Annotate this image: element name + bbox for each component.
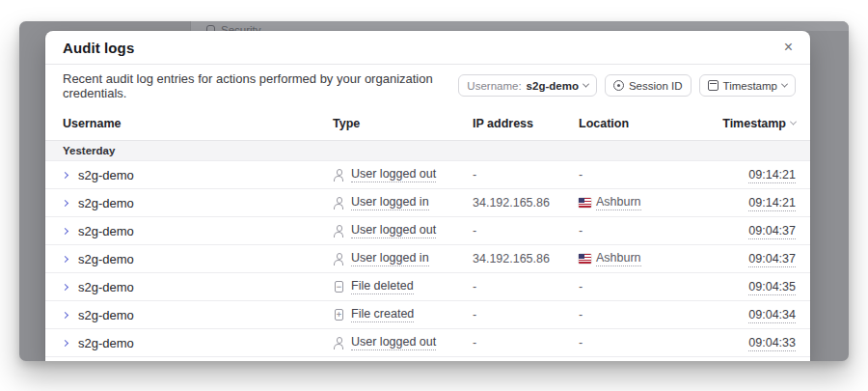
- user-icon: [333, 197, 345, 209]
- row-timestamp[interactable]: 09:14:21: [748, 196, 796, 211]
- row-username: s2g-demo: [78, 196, 134, 210]
- background-menu-label: Security: [221, 24, 261, 31]
- background-menu-item-security: Security: [191, 21, 849, 31]
- row-ip: 34.192.165.86: [473, 196, 579, 209]
- table-row[interactable]: s2g-demo User logged out - - 09:04:37: [45, 217, 810, 245]
- row-type-label[interactable]: File deleted: [351, 279, 414, 294]
- row-username: s2g-demo: [78, 280, 134, 294]
- row-expand-chevron-icon[interactable]: [62, 283, 68, 290]
- row-ip: -: [473, 280, 579, 293]
- modal-subheader: Recent audit log entries for actions per…: [45, 65, 810, 106]
- row-expand-chevron-icon[interactable]: [62, 255, 68, 262]
- table-row[interactable]: s2g-demo User logged in 34.192.165.86 As…: [45, 189, 810, 217]
- row-timestamp[interactable]: 09:14:21: [748, 168, 796, 183]
- user-icon: [333, 253, 345, 265]
- row-expand-chevron-icon[interactable]: [62, 311, 68, 318]
- row-username: s2g-demo: [78, 336, 134, 350]
- row-type-label[interactable]: User logged out: [351, 335, 436, 350]
- row-timestamp[interactable]: 09:04:33: [748, 336, 796, 351]
- row-type-label[interactable]: User logged in: [351, 251, 429, 266]
- column-header-ip: IP address: [473, 117, 579, 130]
- file-plus-icon: [333, 309, 345, 321]
- row-location: -: [579, 308, 699, 321]
- user-icon: [333, 169, 345, 182]
- row-ip: 34.192.165.86: [473, 252, 579, 265]
- audit-logs-modal: Audit logs × Recent audit log entries fo…: [45, 31, 810, 361]
- section-header-yesterday: Yesterday: [45, 141, 810, 161]
- row-ip: -: [473, 224, 579, 237]
- row-location: -: [579, 280, 699, 293]
- row-ip: -: [473, 308, 579, 321]
- row-timestamp[interactable]: 09:04:34: [748, 308, 796, 323]
- row-type-label[interactable]: User logged out: [351, 223, 436, 238]
- row-expand-chevron-icon[interactable]: [62, 339, 68, 346]
- chevron-down-icon: [583, 81, 589, 88]
- calendar-icon: [708, 80, 719, 91]
- timestamp-filter-label: Timestamp: [723, 80, 777, 92]
- column-header-type: Type: [333, 117, 473, 130]
- timestamp-filter-button[interactable]: Timestamp: [699, 74, 796, 97]
- row-location: -: [579, 336, 699, 349]
- row-location: -: [579, 168, 699, 182]
- row-timestamp[interactable]: 09:04:37: [748, 224, 796, 239]
- username-filter-label: Username:: [467, 80, 521, 92]
- modal-title: Audit logs: [63, 40, 134, 56]
- background-settings-panel: Security: [190, 21, 849, 31]
- table-row[interactable]: s2g-demo User logged out - - 09:14:21: [45, 161, 810, 189]
- file-minus-icon: [333, 281, 345, 293]
- row-type-label[interactable]: File created: [351, 307, 414, 322]
- row-expand-chevron-icon[interactable]: [62, 227, 68, 234]
- row-type-label[interactable]: User logged in: [351, 195, 429, 210]
- row-username: s2g-demo: [78, 252, 134, 266]
- chevron-down-icon: [781, 81, 788, 88]
- column-header-username: Username: [63, 117, 333, 130]
- column-header-timestamp[interactable]: Timestamp: [722, 117, 796, 130]
- row-location[interactable]: Ashburn: [596, 195, 641, 210]
- row-location: -: [579, 224, 699, 237]
- row-timestamp[interactable]: 09:04:35: [748, 280, 796, 295]
- row-username: s2g-demo: [78, 224, 134, 238]
- timestamp-header-label: Timestamp: [722, 117, 786, 130]
- user-icon: [333, 337, 345, 349]
- username-filter-button[interactable]: Username: s2g-demo: [458, 74, 597, 97]
- table-row[interactable]: s2g-demo File deleted - - 09:04:35: [45, 273, 810, 301]
- user-icon: [333, 225, 345, 237]
- modal-description: Recent audit log entries for actions per…: [63, 71, 458, 100]
- column-header-location: Location: [579, 117, 699, 130]
- row-location[interactable]: Ashburn: [596, 251, 641, 266]
- row-expand-chevron-icon[interactable]: [62, 199, 68, 206]
- dimmed-app-window: Security Audit logs × Recent audit log e…: [19, 21, 849, 361]
- sort-chevron-icon: [790, 119, 797, 126]
- modal-header: Audit logs ×: [45, 31, 810, 65]
- us-flag-icon: [579, 198, 591, 208]
- us-flag-icon: [579, 254, 591, 264]
- table-row[interactable]: s2g-demo User logged out - - 09:04:33: [45, 329, 810, 357]
- close-icon[interactable]: ×: [780, 38, 797, 57]
- session-id-icon: [613, 80, 624, 91]
- row-ip: -: [473, 168, 579, 182]
- table-row[interactable]: s2g-demo User logged in 34.192.165.86 As…: [45, 245, 810, 273]
- row-ip: -: [473, 336, 579, 349]
- row-timestamp[interactable]: 09:04:37: [748, 252, 796, 267]
- row-type-label[interactable]: User logged out: [351, 167, 436, 182]
- table-header-row: Username Type IP address Location Timest…: [45, 106, 810, 141]
- filter-bar: Username: s2g-demo Session ID Timestamp: [458, 74, 796, 97]
- session-id-filter-label: Session ID: [629, 80, 683, 92]
- username-filter-value: s2g-demo: [527, 80, 579, 92]
- row-expand-chevron-icon[interactable]: [62, 171, 68, 178]
- session-id-filter-button[interactable]: Session ID: [605, 74, 692, 97]
- row-username: s2g-demo: [78, 308, 134, 322]
- table-row[interactable]: s2g-demo File created - - 09:04:34: [45, 301, 810, 329]
- row-username: s2g-demo: [78, 168, 134, 182]
